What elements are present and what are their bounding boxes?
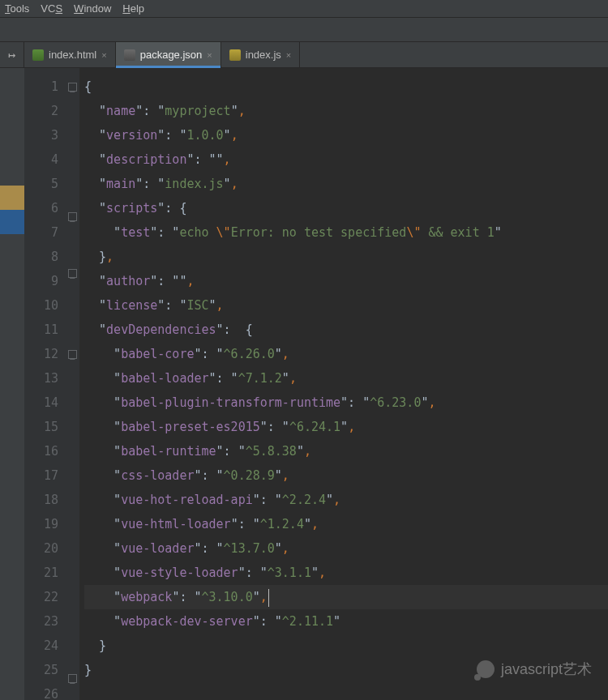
fold-toggle-icon[interactable]	[68, 83, 77, 92]
breadcrumb-bar	[0, 18, 608, 42]
code-line: "babel-core": "^6.26.0",	[84, 342, 608, 366]
line-number: 23	[24, 609, 58, 634]
line-number: 15	[24, 415, 58, 439]
line-number: 25	[24, 658, 58, 682]
tab-label: package.json	[140, 49, 203, 61]
tab-index-html[interactable]: index.html×	[24, 42, 116, 67]
code-line: "scripts": {	[84, 196, 608, 220]
tab-label: index.js	[246, 49, 281, 61]
watermark-text: javascript艺术	[501, 659, 592, 679]
editor-tabs: ↦ index.html×package.json×index.js×	[0, 42, 608, 68]
back-icon: ↦	[8, 48, 15, 62]
fold-toggle-icon[interactable]	[68, 269, 77, 278]
fold-toggle-icon[interactable]	[68, 350, 77, 359]
selection-marker	[0, 210, 24, 234]
line-number: 3	[24, 123, 58, 147]
line-number: 24	[24, 634, 58, 658]
line-number: 10	[24, 293, 58, 318]
fold-toggle-icon[interactable]	[68, 212, 77, 221]
menu-help[interactable]: Help	[122, 2, 144, 15]
code-line: "description": "",	[84, 147, 608, 172]
code-line: "main": "index.js",	[84, 172, 608, 196]
text-caret	[268, 589, 269, 607]
line-number: 2	[24, 99, 58, 123]
code-line: {	[84, 75, 608, 99]
line-number: 26	[24, 682, 58, 700]
code-line: "devDependencies": {	[84, 318, 608, 342]
code-line: }	[84, 634, 608, 658]
code-line: "author": "",	[84, 269, 608, 293]
code-line: "babel-preset-es2015": "^6.24.1",	[84, 415, 608, 439]
change-marker	[0, 186, 24, 210]
back-button[interactable]: ↦	[0, 42, 24, 67]
code-area[interactable]: { "name": "myproject", "version": "1.0.0…	[79, 68, 608, 700]
line-number: 7	[24, 220, 58, 245]
line-number: 14	[24, 391, 58, 415]
fold-gutter	[65, 68, 79, 700]
marker-gutter	[0, 68, 24, 700]
code-line: "webpack": "^3.10.0",	[84, 585, 608, 609]
line-number: 19	[24, 512, 58, 536]
line-number: 17	[24, 463, 58, 488]
menu-window[interactable]: Window	[74, 2, 111, 15]
watermark: javascript艺术	[477, 659, 592, 679]
line-number: 13	[24, 366, 58, 391]
code-line: "version": "1.0.0",	[84, 123, 608, 147]
line-number: 1	[24, 75, 58, 99]
line-number: 8	[24, 245, 58, 269]
wechat-icon	[477, 660, 495, 678]
line-number: 4	[24, 147, 58, 172]
code-line: "vue-html-loader": "^1.2.4",	[84, 512, 608, 536]
code-line: },	[84, 245, 608, 269]
line-number: 20	[24, 536, 58, 561]
line-number: 12	[24, 342, 58, 366]
close-icon[interactable]: ×	[101, 50, 106, 60]
tab-label: index.html	[49, 49, 96, 61]
code-line: "babel-plugin-transform-runtime": "^6.23…	[84, 391, 608, 415]
code-line: "vue-loader": "^13.7.0",	[84, 536, 608, 561]
json-file-icon	[124, 49, 135, 61]
line-number: 18	[24, 488, 58, 512]
js-file-icon	[229, 49, 241, 61]
close-icon[interactable]: ×	[286, 50, 291, 60]
code-line: "name": "myproject",	[84, 99, 608, 123]
line-number: 22	[24, 585, 58, 609]
line-number: 6	[24, 196, 58, 220]
html-file-icon	[32, 49, 44, 61]
line-number: 9	[24, 269, 58, 293]
code-line: "babel-runtime": "^5.8.38",	[84, 439, 608, 463]
fold-toggle-icon[interactable]	[68, 674, 77, 683]
tab-index-js[interactable]: index.js×	[221, 42, 301, 67]
line-number-gutter: 1234567891011121314151617181920212223242…	[24, 68, 65, 700]
close-icon[interactable]: ×	[207, 50, 212, 60]
code-line: "babel-loader": "^7.1.2",	[84, 366, 608, 391]
code-line: "vue-style-loader": "^3.1.1",	[84, 561, 608, 585]
code-line	[84, 682, 608, 700]
menu-vcs[interactable]: VCS	[41, 2, 62, 15]
tab-package-json[interactable]: package.json×	[116, 42, 221, 67]
code-line: "license": "ISC",	[84, 293, 608, 318]
code-line: "webpack-dev-server": "^2.11.1"	[84, 609, 608, 634]
editor: 1234567891011121314151617181920212223242…	[0, 68, 608, 700]
line-number: 5	[24, 172, 58, 196]
code-line: "css-loader": "^0.28.9",	[84, 463, 608, 488]
menu-tools[interactable]: Tools	[5, 2, 29, 15]
line-number: 11	[24, 318, 58, 342]
menu-bar: ToolsVCSWindowHelp	[0, 0, 608, 18]
line-number: 16	[24, 439, 58, 463]
code-line: "test": "echo \"Error: no test specified…	[84, 220, 608, 245]
code-line: "vue-hot-reload-api": "^2.2.4",	[84, 488, 608, 512]
line-number: 21	[24, 561, 58, 585]
